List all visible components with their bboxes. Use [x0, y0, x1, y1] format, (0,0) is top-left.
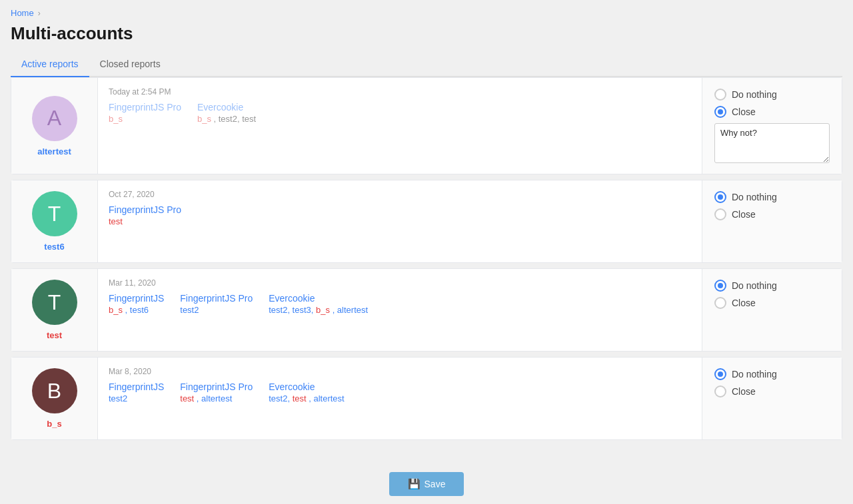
save-button[interactable]: 💾 Save [389, 472, 464, 496]
plugin-users: test [109, 216, 181, 226]
action-close[interactable]: Close [714, 106, 830, 118]
radio-close[interactable] [714, 208, 726, 220]
action-close[interactable]: Close [714, 208, 830, 220]
report-user-3: T test [11, 269, 98, 351]
close-note-textarea[interactable]: Why not? [714, 123, 830, 163]
plugin-name: Evercookie [269, 293, 368, 304]
report-date: Mar 8, 2020 [109, 367, 691, 376]
report-date: Mar 11, 2020 [109, 278, 691, 288]
plugin-group: FingerprintJS Pro test , altertest [180, 381, 253, 403]
report-actions-4: Do nothing Close [702, 358, 842, 439]
plugin-users: test , altertest [180, 393, 253, 403]
action-label-do-nothing: Do nothing [732, 369, 777, 379]
radio-close[interactable] [714, 106, 726, 118]
tab-closed-reports[interactable]: Closed reports [89, 53, 171, 77]
plugin-group: Evercookie test2, test3, b_s , altertest [269, 293, 368, 315]
report-content-1: Today at 2:54 PM FingerprintJS Pro b_s E… [98, 78, 702, 174]
page-title: Multi-accounts [11, 23, 842, 44]
action-label-close: Close [732, 298, 756, 308]
plugin-group: FingerprintJS Pro test2 [180, 293, 253, 315]
tabs-bar: Active reports Closed reports [11, 53, 842, 77]
radio-close[interactable] [714, 385, 726, 397]
report-actions-3: Do nothing Close [702, 269, 842, 351]
plugin-name: Evercookie [269, 381, 344, 392]
action-do-nothing[interactable]: Do nothing [714, 89, 830, 101]
table-row: A altertest Today at 2:54 PM Fingerprint… [11, 77, 842, 174]
avatar: T [32, 191, 77, 236]
action-label-close: Close [732, 209, 756, 220]
plugin-name: FingerprintJS Pro [109, 204, 181, 215]
action-do-nothing[interactable]: Do nothing [714, 191, 830, 203]
breadcrumb-chevron-icon: › [38, 9, 41, 18]
plugin-group: Evercookie b_s , test2, test [197, 102, 256, 124]
plugin-name: FingerprintJS Pro [180, 381, 253, 392]
avatar: A [32, 96, 77, 141]
action-do-nothing[interactable]: Do nothing [714, 368, 830, 380]
plugin-group: FingerprintJS Pro b_s [109, 102, 181, 124]
plugin-users: b_s , test2, test [197, 114, 256, 124]
plugin-users: test2, test3, b_s , altertest [269, 305, 368, 315]
table-row: T test Mar 11, 2020 FingerprintJS b_s , … [11, 268, 842, 352]
breadcrumb: Home › [11, 8, 842, 18]
action-label-close: Close [732, 107, 756, 117]
plugin-group: FingerprintJS b_s , test6 [109, 293, 164, 315]
action-label-do-nothing: Do nothing [732, 89, 777, 100]
plugin-name: FingerprintJS [109, 381, 164, 392]
plugin-name: FingerprintJS [109, 293, 164, 304]
user-label: altertest [37, 146, 71, 156]
plugin-users: test2 [109, 393, 164, 403]
floppy-icon: 💾 [408, 478, 421, 490]
plugin-group: FingerprintJS Pro test [109, 204, 181, 226]
tab-active-reports[interactable]: Active reports [11, 53, 89, 77]
user-label: b_s [47, 419, 61, 429]
report-plugins: FingerprintJS b_s , test6 FingerprintJS … [109, 293, 691, 315]
report-user-4: B b_s [11, 358, 98, 439]
plugin-users: b_s , test6 [109, 305, 164, 315]
user-label: test6 [44, 242, 64, 252]
page-wrapper: Home › Multi-accounts Active reports Clo… [0, 0, 853, 504]
report-content-3: Mar 11, 2020 FingerprintJS b_s , test6 F… [98, 269, 702, 351]
save-button-label: Save [425, 479, 446, 489]
table-row: B b_s Mar 8, 2020 FingerprintJS test2 Fi… [11, 357, 842, 440]
user-label: test [47, 330, 62, 340]
plugin-group: FingerprintJS test2 [109, 381, 164, 403]
avatar: T [32, 280, 77, 325]
reports-list: A altertest Today at 2:54 PM Fingerprint… [11, 77, 842, 440]
report-plugins: FingerprintJS Pro test [109, 204, 691, 226]
report-plugins: FingerprintJS Pro b_s Evercookie b_s , t… [109, 102, 691, 124]
table-row: T test6 Oct 27, 2020 FingerprintJS Pro t… [11, 180, 842, 263]
action-label-do-nothing: Do nothing [732, 280, 777, 291]
breadcrumb-home[interactable]: Home [11, 8, 34, 18]
action-close[interactable]: Close [714, 385, 830, 397]
plugin-name: FingerprintJS Pro [180, 293, 253, 304]
radio-do-nothing[interactable] [714, 280, 726, 292]
plugin-name: Evercookie [197, 102, 256, 113]
report-date: Oct 27, 2020 [109, 190, 691, 199]
action-close[interactable]: Close [714, 297, 830, 309]
report-content-2: Oct 27, 2020 FingerprintJS Pro test [98, 180, 702, 262]
avatar: B [32, 368, 77, 413]
radio-close[interactable] [714, 297, 726, 309]
plugin-users: test2 [180, 305, 253, 315]
radio-do-nothing[interactable] [714, 368, 726, 380]
plugin-users: test2, test , altertest [269, 393, 344, 403]
report-content-4: Mar 8, 2020 FingerprintJS test2 Fingerpr… [98, 358, 702, 439]
action-label-do-nothing: Do nothing [732, 192, 777, 202]
report-user-2: T test6 [11, 180, 98, 262]
action-label-close: Close [732, 386, 756, 397]
radio-do-nothing[interactable] [714, 191, 726, 203]
plugin-group: Evercookie test2, test , altertest [269, 381, 344, 403]
action-do-nothing[interactable]: Do nothing [714, 280, 830, 292]
report-date: Today at 2:54 PM [109, 87, 691, 97]
plugin-name: FingerprintJS Pro [109, 102, 181, 113]
plugin-users: b_s [109, 114, 181, 124]
radio-do-nothing[interactable] [714, 89, 726, 101]
report-actions-1: Do nothing Close Why not? [702, 78, 842, 174]
report-plugins: FingerprintJS test2 FingerprintJS Pro te… [109, 381, 691, 403]
report-user-1: A altertest [11, 78, 98, 174]
report-actions-2: Do nothing Close [702, 180, 842, 262]
save-bar: 💾 Save [0, 464, 853, 504]
